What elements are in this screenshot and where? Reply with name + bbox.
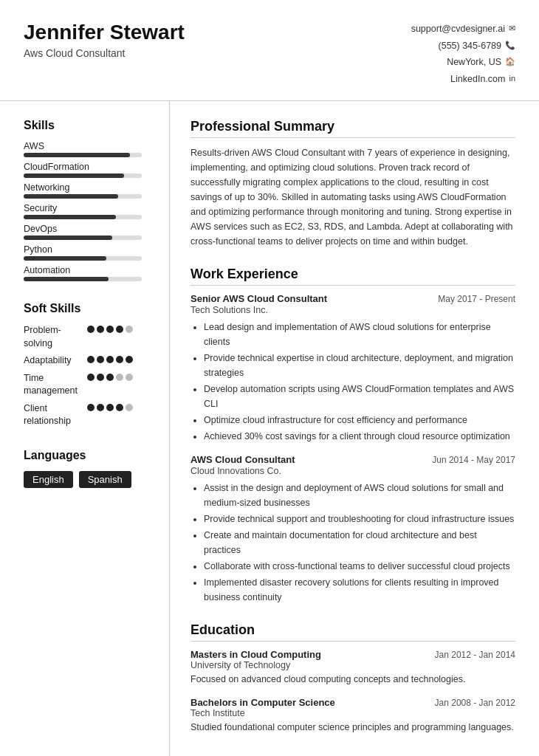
summary-title: Professional Summary	[190, 119, 515, 138]
work-title: Work Experience	[190, 267, 515, 286]
job-bullet: Achieved 30% cost savings for a client t…	[204, 429, 515, 444]
soft-skill-item: Adaptability	[24, 354, 154, 368]
edu-degree: Masters in Cloud Computing	[190, 649, 321, 660]
skill-name: AWS	[24, 141, 154, 151]
language-tag: Spanish	[79, 471, 131, 488]
dot-filled	[87, 356, 95, 363]
edu-dates: Jan 2012 - Jan 2014	[435, 650, 515, 660]
main-layout: Skills AWS CloudFormation Networking Sec…	[0, 101, 539, 756]
skill-bar-fill	[24, 194, 118, 199]
dot-filled	[116, 326, 123, 333]
linkedin-text: LinkedIn.com	[450, 71, 505, 88]
sidebar: Skills AWS CloudFormation Networking Sec…	[0, 101, 170, 756]
job-header: AWS Cloud Consultant Jun 2014 - May 2017	[190, 454, 515, 465]
education-item: Masters in Cloud Computing Jan 2012 - Ja…	[190, 649, 515, 687]
job-title: Senior AWS Cloud Consultant	[190, 293, 327, 304]
skill-item: Python	[24, 244, 154, 261]
dot-filled	[97, 326, 104, 333]
soft-skill-name: Problem-solving	[24, 324, 83, 350]
job-dates: May 2017 - Present	[438, 294, 515, 304]
soft-skill-item: Problem-solving	[24, 324, 154, 350]
soft-skills-section: Soft Skills Problem-solving Adaptability…	[24, 302, 154, 428]
skill-name: Networking	[24, 182, 154, 193]
header: Jennifer Stewart Aws Cloud Consultant su…	[0, 0, 539, 101]
languages-title: Languages	[24, 449, 154, 462]
language-tag: English	[24, 471, 73, 488]
job-bullet: Develop automation scripts using AWS Clo…	[204, 382, 515, 411]
jobs-list: Senior AWS Cloud Consultant May 2017 - P…	[190, 293, 515, 605]
skill-bar-fill	[24, 277, 109, 281]
phone-text: (555) 345-6789	[439, 38, 501, 55]
email-icon: ✉	[509, 21, 515, 36]
job-item: Senior AWS Cloud Consultant May 2017 - P…	[190, 293, 515, 444]
job-bullet: Create and maintain documentation for cl…	[204, 528, 515, 557]
candidate-title: Aws Cloud Consultant	[24, 47, 185, 59]
candidate-name: Jennifer Stewart	[24, 21, 185, 44]
soft-skills-list: Problem-solving Adaptability Time manage…	[24, 324, 154, 428]
skills-list: AWS CloudFormation Networking Security D…	[24, 141, 154, 281]
phone-icon: 📞	[505, 38, 515, 53]
job-company: Cloud Innovations Co.	[190, 466, 515, 476]
skill-name: Automation	[24, 265, 154, 275]
skill-item: Security	[24, 203, 154, 219]
job-bullet: Assist in the design and deployment of A…	[204, 481, 515, 510]
soft-skills-title: Soft Skills	[24, 302, 154, 315]
job-bullets: Assist in the design and deployment of A…	[190, 481, 515, 605]
work-section: Work Experience Senior AWS Cloud Consult…	[190, 267, 515, 605]
dot-empty	[126, 404, 133, 411]
location-row: NewYork, US 🏠	[411, 54, 515, 71]
summary-section: Professional Summary Results-driven AWS …	[190, 119, 515, 249]
location-text: NewYork, US	[447, 54, 501, 71]
dot-empty	[126, 326, 133, 333]
job-bullet: Lead design and implementation of AWS cl…	[204, 320, 515, 349]
soft-skill-name: Client relationship	[24, 402, 83, 428]
dot-filled	[97, 374, 104, 381]
skill-item: CloudFormation	[24, 162, 154, 178]
edu-school: University of Technology	[190, 660, 515, 670]
summary-text: Results-driven AWS Cloud Consultant with…	[190, 145, 515, 249]
skill-bar-bg	[24, 215, 142, 219]
dot-filled	[97, 356, 104, 363]
edu-header: Bachelors in Computer Science Jan 2008 -…	[190, 697, 515, 708]
linkedin-icon: in	[509, 72, 515, 86]
skill-bar-bg	[24, 194, 142, 199]
skill-name: Python	[24, 244, 154, 255]
edu-header: Masters in Cloud Computing Jan 2012 - Ja…	[190, 649, 515, 660]
job-item: AWS Cloud Consultant Jun 2014 - May 2017…	[190, 454, 515, 605]
education-title: Education	[190, 622, 515, 642]
skill-bar-fill	[24, 153, 130, 157]
skill-dots	[87, 326, 133, 333]
edu-degree: Bachelors in Computer Science	[190, 697, 335, 708]
skill-dots	[87, 374, 133, 381]
dot-filled	[106, 356, 114, 363]
dot-filled	[106, 404, 114, 411]
job-company: Tech Solutions Inc.	[190, 305, 515, 315]
edu-school: Tech Institute	[190, 708, 515, 718]
language-tags: EnglishSpanish	[24, 471, 154, 488]
dot-empty	[116, 374, 123, 381]
job-bullet: Implemented disaster recovery solutions …	[204, 575, 515, 605]
skill-bar-fill	[24, 256, 106, 261]
soft-skill-item: Time management	[24, 372, 154, 398]
dot-filled	[126, 356, 133, 363]
soft-skill-name: Time management	[24, 372, 83, 398]
skills-section: Skills AWS CloudFormation Networking Sec…	[24, 119, 154, 281]
skill-bar-bg	[24, 277, 142, 281]
languages-section: Languages EnglishSpanish	[24, 449, 154, 488]
skill-bar-bg	[24, 256, 142, 261]
dot-filled	[116, 404, 123, 411]
job-title: AWS Cloud Consultant	[190, 454, 295, 465]
edu-dates: Jan 2008 - Jan 2012	[435, 698, 515, 708]
skill-bar-fill	[24, 173, 124, 178]
job-bullet: Collaborate with cross-functional teams …	[204, 559, 515, 574]
skill-bar-fill	[24, 236, 112, 240]
skill-item: Automation	[24, 265, 154, 281]
content-area: Professional Summary Results-driven AWS …	[170, 101, 539, 756]
dot-filled	[87, 404, 95, 411]
skill-bar-bg	[24, 153, 142, 157]
email-text: support@cvdesigner.ai	[411, 21, 505, 38]
skill-name: DevOps	[24, 224, 154, 234]
dot-filled	[106, 374, 114, 381]
soft-skill-item: Client relationship	[24, 402, 154, 428]
linkedin-row: LinkedIn.com in	[411, 71, 515, 88]
